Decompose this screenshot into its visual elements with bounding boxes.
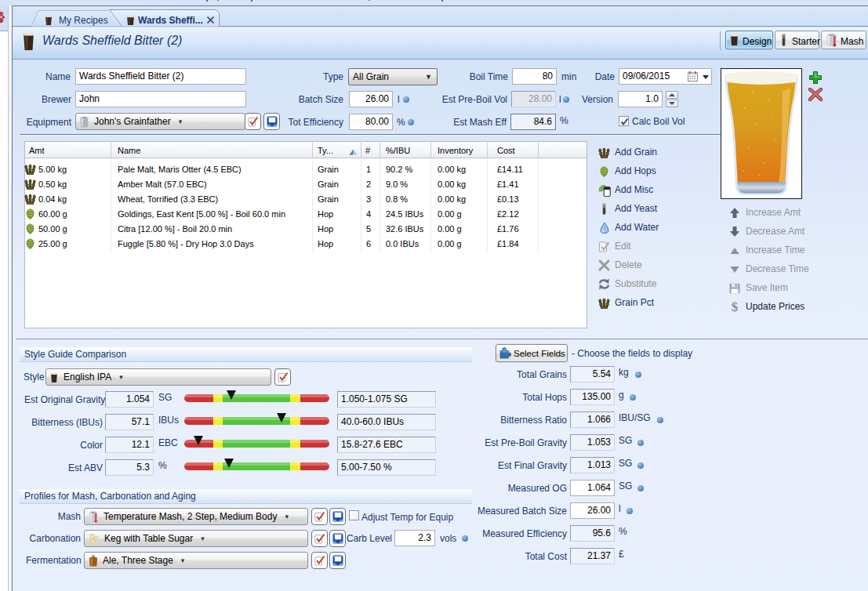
svg-text:$: $ [732,300,739,314]
